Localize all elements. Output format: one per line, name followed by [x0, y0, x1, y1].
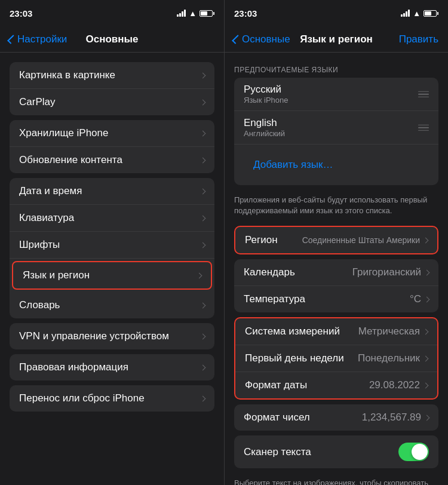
- list-item[interactable]: Шрифты: [10, 232, 214, 259]
- settings-group-2: Хранилище iPhone Обновление контента: [10, 120, 214, 173]
- toggle-knob: [412, 444, 428, 460]
- list-item[interactable]: Температура °C: [234, 286, 438, 312]
- list-item[interactable]: Календарь Григорианский: [234, 259, 438, 286]
- chevron-right-icon: [200, 215, 206, 221]
- list-item[interactable]: Клавиатура: [10, 205, 214, 232]
- list-item[interactable]: Русский Язык iPhone: [234, 78, 438, 111]
- scanner-group: Сканер текста: [234, 435, 438, 468]
- settings-group-6: Перенос или сброс iPhone: [10, 385, 214, 412]
- back-label-left: Настройки: [17, 33, 67, 45]
- back-button-right[interactable]: Основные: [234, 33, 290, 45]
- settings-group-4: VPN и управление устройством: [10, 323, 214, 349]
- chevron-left-icon: [7, 35, 17, 44]
- chevron-right-icon: [200, 157, 206, 163]
- battery-icon: [200, 10, 214, 17]
- language-region-highlighted[interactable]: Язык и регион: [12, 261, 212, 290]
- list-item[interactable]: English Английский: [234, 111, 438, 145]
- drag-handle-icon[interactable]: [418, 124, 429, 131]
- chevron-right-icon: [200, 99, 206, 105]
- chevron-right-icon: [200, 72, 206, 78]
- region-row-highlighted[interactable]: Регион Соединенные Штаты Америки: [234, 226, 438, 254]
- list-item[interactable]: Формат даты 29.08.2022: [235, 372, 437, 398]
- numbers-group: Формат чисел 1,234,567.89: [234, 404, 438, 431]
- settings-group-5: Правовая информация: [10, 354, 214, 380]
- status-icons-right: ▲: [401, 9, 438, 18]
- signal-icon: [177, 10, 186, 17]
- nav-bar-right: Основные Язык и регион Править: [225, 26, 448, 53]
- list-item[interactable]: Словарь: [10, 292, 214, 318]
- edit-button[interactable]: Править: [399, 33, 438, 45]
- chevron-right-icon: [200, 130, 206, 136]
- list-item[interactable]: Перенос или сброс iPhone: [10, 385, 214, 412]
- nav-bar-left: Настройки Основные: [0, 26, 224, 53]
- chevron-left-icon: [232, 35, 241, 44]
- nav-title-left: Основные: [85, 33, 138, 45]
- wifi-icon: ▲: [189, 9, 197, 18]
- languages-group: Русский Язык iPhone English Английский: [234, 78, 438, 185]
- time-right: 23:03: [234, 8, 257, 19]
- drag-handle-icon[interactable]: [418, 91, 429, 97]
- list-item[interactable]: Обновление контента: [10, 147, 214, 173]
- list-item[interactable]: Формат чисел 1,234,567.89: [234, 404, 438, 431]
- scanner-row[interactable]: Сканер текста: [234, 435, 438, 468]
- battery-icon: [424, 10, 438, 17]
- scanner-info-text: Выберите текст на изображениях, чтобы ск…: [225, 473, 448, 485]
- list-item[interactable]: Дата и время: [10, 178, 214, 205]
- chevron-right-icon: [200, 364, 206, 370]
- signal-icon: [401, 10, 410, 17]
- chevron-right-icon: [200, 333, 206, 339]
- settings-group-1: Картинка в картинке CarPlay: [10, 62, 214, 115]
- chevron-right-icon: [423, 329, 429, 334]
- language-info-text: Приложения и веб-сайты будут использоват…: [225, 190, 448, 226]
- list-item[interactable]: Система измерений Метрическая: [235, 318, 437, 345]
- status-icons-left: ▲: [177, 9, 214, 18]
- left-settings-content: Картинка в картинке CarPlay Хранилище iP…: [0, 53, 224, 485]
- settings-group-3: Дата и время Клавиатура Шрифты Язык и ре…: [10, 178, 214, 318]
- time-left: 23:03: [10, 8, 32, 19]
- left-panel: 23:03 ▲ Настройки Основные: [0, 0, 224, 485]
- chevron-right-icon: [200, 188, 206, 194]
- right-settings-content: ПРЕДПОЧИТАЕМЫЕ ЯЗЫКИ Русский Язык iPhone…: [225, 53, 448, 485]
- chevron-right-icon: [200, 242, 206, 248]
- list-item[interactable]: CarPlay: [10, 89, 214, 115]
- back-label-right: Основные: [242, 33, 290, 45]
- measurements-highlighted-group: Система измерений Метрическая Первый ден…: [234, 317, 438, 400]
- chevron-right-icon: [423, 355, 429, 361]
- region-row[interactable]: Регион Соединенные Штаты Америки: [235, 227, 437, 253]
- chevron-right-icon: [423, 237, 429, 243]
- chevron-right-icon: [424, 296, 430, 302]
- list-item[interactable]: Хранилище iPhone: [10, 120, 214, 147]
- calendar-temp-group: Календарь Григорианский Температура °C: [234, 259, 438, 312]
- back-button-left[interactable]: Настройки: [10, 33, 67, 45]
- right-panel: 23:03 ▲ Основные Язык и регион Править: [224, 0, 448, 485]
- list-item-language-region[interactable]: Язык и регион: [13, 262, 211, 288]
- chevron-right-icon: [200, 395, 206, 401]
- scanner-toggle[interactable]: [398, 443, 429, 461]
- wifi-icon: ▲: [413, 9, 421, 18]
- chevron-right-icon: [423, 382, 429, 388]
- chevron-right-icon: [197, 272, 202, 278]
- chevron-right-icon: [200, 302, 206, 308]
- chevron-right-icon: [424, 269, 430, 275]
- add-language-button[interactable]: Добавить язык…: [234, 145, 438, 185]
- section-title-languages: ПРЕДПОЧИТАЕМЫЕ ЯЗЫКИ: [225, 62, 448, 78]
- status-bar-right: 23:03 ▲: [225, 0, 448, 26]
- list-item[interactable]: Первый день недели Понедельник: [235, 345, 437, 372]
- chevron-right-icon: [424, 415, 430, 420]
- list-item[interactable]: Картинка в картинке: [10, 62, 214, 89]
- list-item[interactable]: Правовая информация: [10, 354, 214, 380]
- status-bar-left: 23:03 ▲: [0, 0, 224, 26]
- nav-title-right: Язык и регион: [300, 33, 373, 45]
- list-item[interactable]: VPN и управление устройством: [10, 323, 214, 349]
